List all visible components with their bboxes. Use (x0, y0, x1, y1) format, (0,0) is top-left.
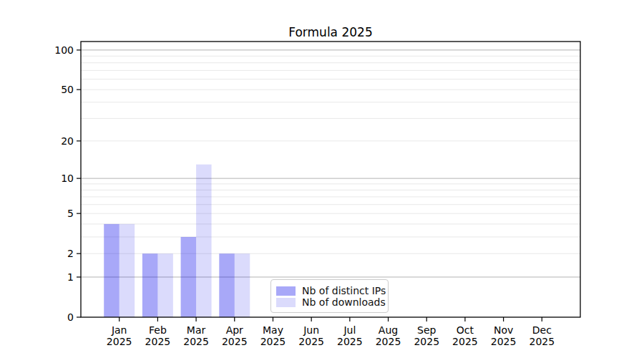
x-tick-label-month: Mar (187, 324, 206, 336)
legend: Nb of distinct IPsNb of downloads (270, 279, 389, 313)
y-tick-label: 100 (54, 44, 74, 56)
legend-label: Nb of downloads (302, 296, 386, 308)
legend-item: Nb of downloads (276, 296, 382, 308)
legend-item: Nb of distinct IPs (276, 285, 382, 296)
x-tick-label-month: Dec (532, 324, 552, 336)
y-tick-label: 50 (61, 84, 74, 95)
x-tick-label-month: Jun (303, 324, 319, 336)
x-tick-label-year: 2025 (452, 336, 478, 347)
y-tick-label: 1 (67, 271, 74, 283)
x-tick-label-year: 2025 (376, 336, 401, 347)
x-tick-label-year: 2025 (337, 336, 363, 347)
bar (235, 253, 250, 317)
x-tick-label-month: Feb (149, 324, 167, 336)
y-tick-label: 20 (61, 135, 74, 147)
legend-swatch (276, 286, 296, 296)
bar (181, 237, 196, 317)
x-tick-label-year: 2025 (107, 336, 132, 347)
y-tick-label: 2 (67, 248, 74, 259)
x-tick-label-month: Sep (417, 324, 436, 336)
bar (142, 253, 157, 317)
x-tick-label-year: 2025 (414, 336, 439, 347)
x-tick-label-month: Jan (111, 324, 127, 336)
x-tick-label-month: Jul (343, 324, 356, 336)
bar (104, 224, 119, 317)
legend-swatch (276, 298, 296, 307)
x-tick-label-year: 2025 (298, 336, 324, 347)
x-tick-label-year: 2025 (145, 336, 171, 347)
bar (119, 224, 135, 317)
x-tick-label-month: Aug (379, 324, 398, 336)
bar (219, 253, 234, 317)
figure: Formula 2025 0125102050100Jan2025Feb2025… (0, 0, 644, 358)
x-tick-label-month: Apr (226, 324, 243, 336)
y-tick-label: 10 (61, 173, 74, 184)
x-tick-label-year: 2025 (183, 336, 209, 347)
x-tick-label-month: Nov (494, 324, 513, 336)
y-tick-label: 0 (67, 311, 74, 323)
x-tick-label-year: 2025 (491, 336, 517, 347)
x-tick-label-year: 2025 (529, 336, 555, 347)
legend-label: Nb of distinct IPs (302, 285, 386, 296)
x-tick-label-year: 2025 (260, 336, 286, 347)
x-tick-label-month: May (263, 324, 283, 336)
bar (196, 165, 211, 317)
y-tick-label: 5 (67, 208, 74, 219)
x-tick-label-year: 2025 (222, 336, 248, 347)
x-tick-label-month: Oct (457, 324, 474, 336)
bar (157, 253, 172, 317)
